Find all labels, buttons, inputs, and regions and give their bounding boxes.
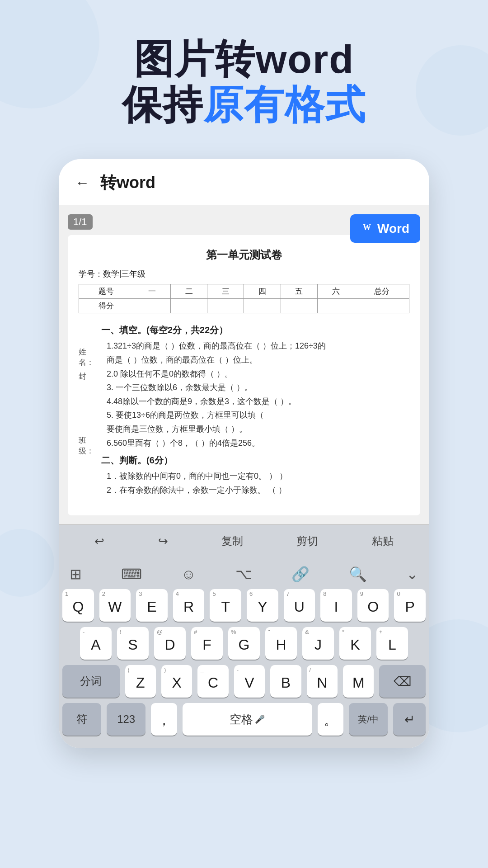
- key-a[interactable]: -A: [80, 627, 112, 660]
- score-table: 题号 一 二 三 四 五 六 总分 得分: [79, 284, 409, 313]
- space-key[interactable]: 空格 🎤: [183, 703, 312, 736]
- key-n[interactable]: /N: [307, 665, 338, 698]
- doc-item-2: 2.0 除以任何不是0的数都得（ ）。: [107, 367, 409, 381]
- doc-item-1: 1.321÷3的商是（ ）位数，商的最高位在（ ）位上；126÷3的: [107, 339, 409, 353]
- cut-button[interactable]: 剪切: [289, 532, 325, 550]
- side-label-class: 班级：: [79, 408, 101, 497]
- key-y[interactable]: 6Y: [247, 589, 278, 622]
- doc-area: 1/1 W Word 第一单元测试卷 学号： 数学 三年级: [59, 205, 429, 524]
- key-w[interactable]: 2W: [99, 589, 131, 622]
- topbar: ← 转word: [59, 159, 429, 205]
- comma-key[interactable]: ，: [151, 703, 177, 736]
- backspace-button[interactable]: ⌫: [379, 665, 426, 698]
- grade-value: 三年级: [121, 269, 145, 279]
- fenci-button[interactable]: 分词: [62, 665, 120, 698]
- period-key[interactable]: 。: [318, 703, 343, 736]
- section2-title: 二、判断。(6分）: [101, 454, 409, 467]
- key-f[interactable]: #F: [191, 627, 223, 660]
- svg-text:W: W: [363, 223, 371, 232]
- key-q[interactable]: 1Q: [62, 589, 94, 622]
- lang-switch-button[interactable]: 英/中: [349, 703, 388, 736]
- doc-main-content: 一、填空。(每空2分，共22分） 1.321÷3的商是（ ）位数，商的最高位在（…: [101, 320, 409, 408]
- key-o[interactable]: 9O: [357, 589, 389, 622]
- key-j[interactable]: &J: [302, 627, 334, 660]
- cursor-icon[interactable]: ⌥: [235, 566, 252, 583]
- word-export-button[interactable]: W Word: [350, 214, 420, 243]
- side-label-name: 姓名： 封: [79, 320, 101, 408]
- chevron-down-icon[interactable]: ⌄: [406, 566, 418, 583]
- key-k[interactable]: *K: [339, 627, 371, 660]
- page-badge: 1/1: [68, 214, 93, 230]
- subject-value: 数学: [103, 269, 119, 279]
- doc-item-5: 5. 要使13÷6的商是两位数，方框里可以填（: [107, 408, 409, 422]
- emoji-icon[interactable]: ☺: [181, 566, 196, 583]
- doc-item-1b: 商是（ ）位数，商的最高位在（ ）位上。: [107, 353, 409, 367]
- key-g[interactable]: %G: [228, 627, 260, 660]
- keyboard-toolbar: ↩ ↪ 复制 剪切 粘贴: [59, 524, 429, 557]
- doc-title: 第一单元测试卷: [79, 248, 409, 262]
- key-h[interactable]: "H: [265, 627, 297, 660]
- keyboard-row-3: 分词 (Z )X _C -V B /N M ⌫: [62, 665, 426, 698]
- keyboard-row-2: -A !S @D #F %G "H &J *K +L: [62, 627, 426, 660]
- doc-item-5b: 要使商是三位数，方框里最小填（ ）。: [107, 422, 409, 436]
- search-icon[interactable]: 🔍: [349, 566, 367, 583]
- key-u[interactable]: 7U: [284, 589, 315, 622]
- copy-button[interactable]: 复制: [214, 532, 250, 550]
- doc-item-4: 4.48除以一个数的商是9，余数是3，这个数是（ ）。: [107, 395, 409, 409]
- doc-item-3: 3. 一个三位数除以6，余数最大是（ ）。: [107, 381, 409, 395]
- key-e[interactable]: 3E: [136, 589, 168, 622]
- document-content: 第一单元测试卷 学号： 数学 三年级 题号 一 二 三 四 五 六 总分: [68, 235, 420, 515]
- doc-item-6: 6.560里面有（ ）个8，（ ）的4倍是256。: [107, 436, 409, 450]
- keyboard-row-1: 1Q 2W 3E 4R 5T 6Y 7U 8I 9O 0P: [62, 589, 426, 622]
- word-button-label: Word: [377, 222, 409, 236]
- key-l[interactable]: +L: [376, 627, 408, 660]
- undo-button[interactable]: ↩: [87, 533, 112, 550]
- key-z[interactable]: (Z: [125, 665, 156, 698]
- enter-key[interactable]: ↵: [393, 703, 426, 736]
- keyboard-icon[interactable]: ⌨: [121, 566, 142, 583]
- headline-line2: 保持原有格式: [27, 82, 461, 127]
- key-s[interactable]: !S: [117, 627, 149, 660]
- keyboard-bottom-row: 符 123 ， 空格 🎤 。 英/中 ↵: [62, 703, 426, 736]
- key-p[interactable]: 0P: [394, 589, 426, 622]
- key-x[interactable]: )X: [161, 665, 192, 698]
- key-t[interactable]: 5T: [210, 589, 241, 622]
- keyboard-area: ⊞ ⌨ ☺ ⌥ 🔗 🔍 ⌄ 1Q 2W 3E 4R 5T 6Y 7U 8I 9O…: [59, 557, 429, 748]
- redo-button[interactable]: ↪: [151, 533, 175, 550]
- judge-item-2: 2．在有余数的除法中，余数一定小于除数。 （ ）: [107, 483, 409, 497]
- key-m[interactable]: M: [343, 665, 374, 698]
- link-icon[interactable]: 🔗: [291, 566, 310, 583]
- keyboard-top-icons: ⊞ ⌨ ☺ ⌥ 🔗 🔍 ⌄: [62, 562, 426, 589]
- back-button[interactable]: ←: [75, 175, 89, 191]
- key-r[interactable]: 4R: [173, 589, 205, 622]
- key-v[interactable]: -V: [234, 665, 265, 698]
- number-button[interactable]: 123: [107, 703, 145, 736]
- key-c[interactable]: _C: [197, 665, 228, 698]
- key-i[interactable]: 8I: [320, 589, 352, 622]
- subject-label: 学号：: [79, 269, 103, 279]
- symbol-button[interactable]: 符: [62, 703, 101, 736]
- key-b[interactable]: B: [270, 665, 301, 698]
- grid-icon[interactable]: ⊞: [70, 566, 82, 583]
- section1-title: 一、填空。(每空2分，共22分）: [101, 324, 409, 336]
- phone-mockup: ← 转word 1/1 W Word 第一单元测试卷 学号： 数学 三年级: [59, 159, 429, 748]
- doc-main-content-2: 5. 要使13÷6的商是两位数，方框里可以填（ 要使商是三位数，方框里最小填（ …: [101, 408, 409, 497]
- topbar-title: 转word: [100, 172, 155, 194]
- word-icon: W: [361, 221, 374, 236]
- paste-button[interactable]: 粘贴: [365, 532, 401, 550]
- judge-item-1: 1．被除数的中间有0，商的中间也一定有0。 ） ）: [107, 469, 409, 483]
- key-d[interactable]: @D: [154, 627, 186, 660]
